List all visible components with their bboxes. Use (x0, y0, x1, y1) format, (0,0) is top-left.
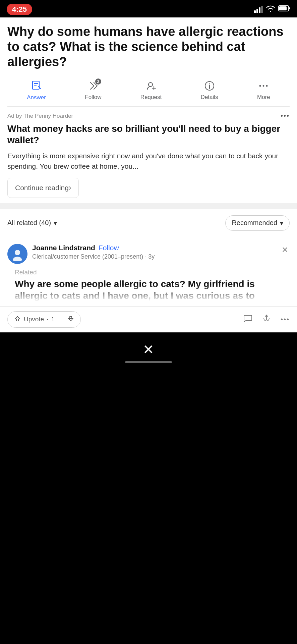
svg-rect-1 (289, 7, 290, 9)
svg-rect-18 (16, 319, 18, 321)
comment-button[interactable] (243, 314, 252, 325)
more-action[interactable]: More (257, 80, 270, 101)
status-icons (254, 5, 290, 14)
svg-point-11 (209, 83, 210, 84)
details-label: Details (201, 94, 218, 101)
ad-label: Ad by The Penny Hoarder (7, 113, 73, 119)
follow-badge: 2 (95, 78, 101, 85)
action-bar: Answer 2 Follow (7, 76, 290, 107)
request-icon (146, 80, 157, 93)
details-action[interactable]: Details (201, 80, 218, 101)
author-name-row: Joanne Lindstrand Follow (32, 244, 155, 252)
wifi-icon (265, 5, 276, 14)
bar3 (259, 7, 260, 13)
svg-point-6 (148, 83, 153, 87)
upvote-icon (14, 315, 21, 324)
close-button[interactable]: ✕ (143, 342, 154, 357)
footer-actions: ••• (243, 314, 290, 325)
section-separator (0, 206, 297, 209)
fade-overlay (7, 285, 290, 302)
answer-preview: Related Why are some people allergic to … (7, 269, 290, 302)
answer-card: Joanne Lindstrand Follow Clerical/custom… (0, 237, 297, 302)
recommended-filter[interactable]: Recommended ▾ (225, 215, 290, 231)
filter-chevron-icon: ▾ (54, 219, 57, 227)
author-info: Joanne Lindstrand Follow Clerical/custom… (7, 244, 155, 264)
ad-more-button[interactable]: ••• (281, 112, 290, 120)
follow-label: Follow (85, 94, 101, 101)
author-details: Joanne Lindstrand Follow Clerical/custom… (32, 244, 155, 261)
svg-point-12 (259, 85, 261, 87)
question-title: Why do some humans have allergic reactio… (7, 24, 290, 69)
dismiss-answer-button[interactable]: ✕ (280, 244, 290, 256)
answer-more-button[interactable]: ••• (281, 316, 290, 323)
request-label: Request (140, 94, 162, 101)
recommended-chevron-icon: ▾ (280, 219, 283, 227)
ad-header: Ad by The Penny Hoarder ••• (7, 112, 290, 120)
author-follow-link[interactable]: Follow (99, 244, 119, 252)
ad-body: Everything is more expensive right now a… (7, 151, 290, 172)
continue-reading-button[interactable]: Continue reading › (7, 178, 79, 198)
upvote-count: 1 (51, 316, 55, 323)
signal-bars-icon (254, 6, 263, 13)
bar1 (254, 10, 256, 13)
follow-icon-container: 2 (88, 80, 99, 93)
svg-point-14 (266, 85, 268, 87)
filter-bar: All related (40) ▾ Recommended ▾ (0, 209, 297, 237)
details-icon (204, 80, 215, 93)
chevron-right-icon: › (69, 183, 71, 192)
more-label: More (257, 94, 270, 101)
answer-label: Answer (27, 94, 46, 101)
svg-rect-2 (279, 6, 287, 10)
continue-reading-text: Continue reading (15, 184, 69, 192)
more-icon (258, 80, 269, 93)
downvote-icon (67, 315, 74, 324)
answer-author-row: Joanne Lindstrand Follow Clerical/custom… (7, 244, 290, 264)
answer-action[interactable]: Answer (27, 80, 46, 101)
ad-section: Ad by The Penny Hoarder ••• What money h… (0, 107, 297, 206)
author-name: Joanne Lindstrand (32, 244, 95, 252)
bar2 (256, 9, 258, 13)
share-button[interactable] (262, 314, 271, 325)
question-section: Why do some humans have allergic reactio… (0, 17, 297, 107)
battery-icon (278, 5, 290, 14)
bottom-bar: ✕ (0, 332, 297, 373)
avatar (7, 244, 27, 264)
downvote-button[interactable] (61, 312, 80, 327)
author-meta: Clerical/customer Service (2001–present)… (32, 253, 155, 261)
vote-group: Upvote · 1 (7, 311, 81, 328)
request-action[interactable]: Request (140, 80, 162, 101)
home-indicator (125, 361, 172, 363)
upvote-button[interactable]: Upvote · 1 (8, 312, 61, 327)
svg-rect-19 (70, 316, 72, 318)
all-related-filter[interactable]: All related (40) ▾ (7, 219, 57, 227)
answer-icon (31, 80, 42, 93)
bar4 (261, 6, 263, 13)
status-bar: 4:25 (0, 0, 297, 17)
status-time: 4:25 (7, 4, 32, 15)
related-label: Related (15, 269, 282, 276)
upvote-label: Upvote (24, 316, 44, 323)
recommended-text: Recommended (232, 219, 277, 227)
follow-action[interactable]: 2 Follow (85, 80, 101, 101)
svg-point-13 (263, 85, 264, 87)
all-related-text: All related (40) (7, 219, 51, 227)
answer-footer: Upvote · 1 (0, 306, 297, 332)
svg-point-16 (15, 250, 20, 255)
ad-title: What money hacks are so brilliant you'll… (7, 123, 290, 146)
upvote-separator: · (47, 316, 48, 323)
